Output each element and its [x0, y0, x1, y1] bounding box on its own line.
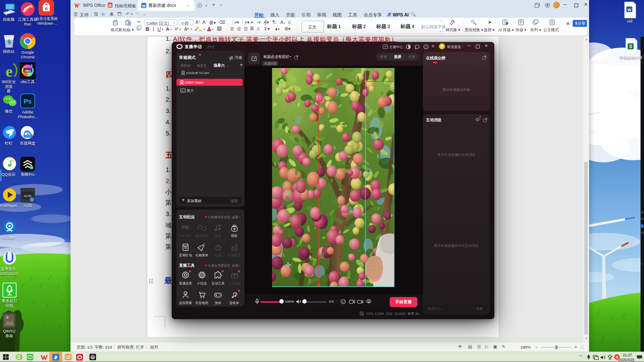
svg-text:AIZB: AIZB: [24, 194, 32, 198]
svg-text:e: e: [6, 63, 13, 80]
svg-text:找: 找: [108, 4, 112, 8]
svg-text:W: W: [142, 4, 146, 8]
svg-text:W: W: [628, 8, 631, 12]
svg-text:S: S: [629, 44, 632, 49]
svg-text:?: ?: [425, 45, 427, 48]
svg-text:e: e: [45, 6, 48, 12]
svg-text:OBS: OBS: [24, 69, 31, 72]
svg-text:PK: PK: [182, 224, 190, 231]
svg-text:Ps: Ps: [24, 97, 32, 105]
